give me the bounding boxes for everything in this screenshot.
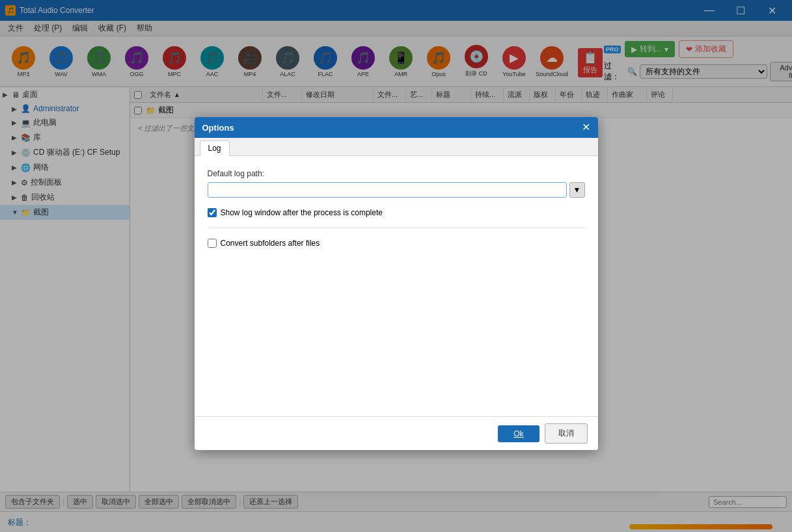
options-dialog: Options ✕ Log Default log path: ▼ Show l… xyxy=(195,117,598,450)
log-path-row: ▼ xyxy=(208,182,585,198)
dialog-tabs: Log xyxy=(195,138,598,156)
show-log-label: Show log window after the process is com… xyxy=(221,208,383,217)
browse-button[interactable]: ▼ xyxy=(569,182,585,198)
dialog-body: Default log path: ▼ Show log window afte… xyxy=(195,156,598,416)
log-path-input[interactable] xyxy=(208,182,567,198)
show-log-row: Show log window after the process is com… xyxy=(208,208,585,217)
convert-subfolders-label: Convert subfolders after files xyxy=(221,239,320,248)
convert-subfolders-row: Convert subfolders after files xyxy=(208,239,585,248)
tab-log[interactable]: Log xyxy=(200,140,230,156)
dialog-overlay: Options ✕ Log Default log path: ▼ Show l… xyxy=(0,0,792,532)
show-log-checkbox[interactable] xyxy=(208,208,217,217)
convert-subfolders-checkbox[interactable] xyxy=(208,239,217,248)
dialog-title: Options ✕ xyxy=(195,117,598,138)
dialog-title-text: Options xyxy=(202,123,234,133)
dialog-close-button[interactable]: ✕ xyxy=(582,122,590,133)
divider xyxy=(208,228,585,228)
cancel-button[interactable]: 取消 xyxy=(545,423,588,444)
dialog-footer: Ok 取消 xyxy=(195,416,598,450)
ok-button[interactable]: Ok xyxy=(498,425,539,442)
log-path-label: Default log path: xyxy=(208,169,585,178)
